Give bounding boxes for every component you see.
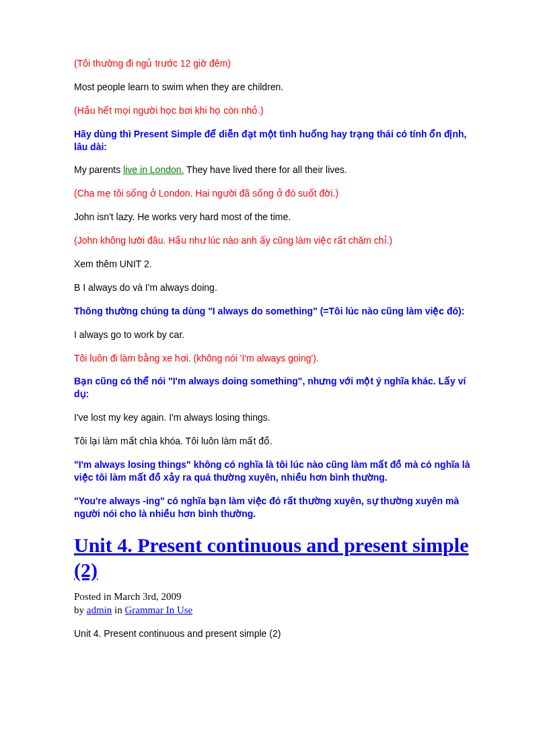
post-meta: Posted in March 3rd, 2009 by admin in Gr…: [74, 590, 475, 617]
document-page: (Tôi thường đi ngủ trước 12 giờ đêm) Mos…: [0, 0, 549, 640]
rule-text: Hãy dùng thì Present Simple để diễn đạt …: [74, 128, 475, 153]
rule-text: "You're always -ing" có nghĩa bạn làm vi…: [74, 495, 475, 520]
body-text: Tôi lại làm mất chìa khóa. Tôi luôn làm …: [74, 435, 475, 448]
body-text: Xem thêm UNIT 2.: [74, 258, 475, 271]
category-link[interactable]: Grammar In Use: [124, 605, 192, 615]
unit-heading[interactable]: Unit 4. Present continuous and present s…: [74, 532, 475, 583]
body-text: I've lost my key again. I'm always losin…: [74, 411, 475, 424]
translation-text: (John không lười đâu. Hầu như lúc nào an…: [74, 234, 475, 247]
body-text: I always go to work by car.: [74, 329, 475, 341]
rule-text: Bạn cũng có thể nói "I'm always doing so…: [74, 375, 475, 401]
text-fragment: My parents: [74, 164, 123, 175]
by-label: by: [74, 605, 87, 615]
posted-date: Posted in March 3rd, 2009: [74, 591, 182, 602]
inline-link[interactable]: live in London.: [123, 164, 184, 175]
translation-text: (Tôi thường đi ngủ trước 12 giờ đêm): [74, 57, 475, 70]
author-link[interactable]: admin: [87, 605, 112, 615]
body-text: My parents live in London. They have liv…: [74, 164, 475, 176]
body-text: Unit 4. Present continuous and present s…: [74, 627, 475, 640]
rule-text: "I'm always losing things" không có nghĩ…: [74, 458, 475, 484]
body-text: John isn't lazy. He works very hard most…: [74, 211, 475, 224]
rule-text: Thông thường chúng ta dùng "I always do …: [74, 305, 475, 318]
translation-text: Tôi luôn đi làm bằng xe hơi. (không nói …: [74, 352, 475, 365]
translation-text: (Cha mẹ tôi sống ở London. Hai người đã …: [74, 187, 475, 200]
translation-text: (Hầu hết mọi người học bơi khi họ còn nh…: [74, 104, 475, 117]
in-label: in: [112, 605, 124, 615]
body-text: B I always do và I'm always doing.: [74, 281, 475, 294]
body-text: Most people learn to swim when they are …: [74, 81, 475, 94]
text-fragment: They have lived there for all their live…: [184, 164, 347, 175]
